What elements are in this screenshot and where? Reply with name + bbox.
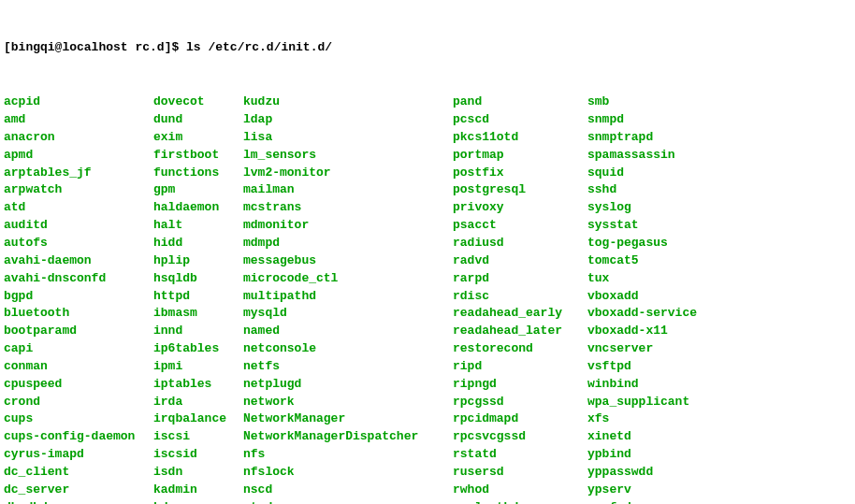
prompt-user-host: [bingqi@localhost rc.d]$ — [4, 40, 186, 54]
file-entry: pcscd — [453, 111, 587, 129]
file-entry: rarpd — [453, 270, 587, 288]
file-entry: irqbalance — [153, 410, 243, 428]
file-entry: cups — [4, 410, 153, 428]
file-entry: ipmi — [153, 358, 243, 376]
file-entry: innd — [153, 323, 243, 340]
listing-col-4: pandpcscdpkcs11otdportmappostfixpostgres… — [453, 94, 587, 504]
file-entry: dhcdbd — [4, 499, 153, 504]
file-entry: messagebus — [243, 252, 453, 270]
file-entry: sysstat — [587, 217, 697, 235]
file-entry: tog-pegasus — [587, 235, 697, 252]
file-entry: netplugd — [243, 376, 453, 394]
file-entry: bgpd — [4, 288, 153, 306]
file-entry: avahi-daemon — [4, 252, 153, 270]
file-entry: xfs — [587, 410, 697, 428]
file-entry: NetworkManagerDispatcher — [243, 428, 453, 446]
file-entry: mdmpd — [243, 235, 453, 252]
file-entry: lisa — [243, 129, 453, 147]
file-entry: kadmin — [153, 482, 243, 499]
file-entry: capi — [4, 340, 153, 358]
file-entry: network — [243, 394, 453, 411]
file-entry: dund — [153, 111, 243, 129]
listing-col-3: kudzuldaplisalm_sensorslvm2-monitormailm… — [243, 94, 453, 504]
file-entry: avahi-dnsconfd — [4, 270, 153, 288]
file-entry: amd — [4, 111, 153, 129]
file-entry: radvd — [453, 252, 587, 270]
file-entry: lvm2-monitor — [243, 165, 453, 182]
file-entry: anacron — [4, 129, 153, 147]
file-entry: ip6tables — [153, 340, 243, 358]
file-entry: vncserver — [587, 340, 697, 358]
file-entry: iptables — [153, 376, 243, 394]
file-entry: privoxy — [453, 199, 587, 217]
file-entry: ypbind — [587, 446, 697, 464]
file-entry: ripngd — [453, 376, 587, 394]
file-entry: rdisc — [453, 288, 587, 306]
file-entry: syslog — [587, 199, 697, 217]
file-entry: wpa_supplicant — [587, 394, 697, 411]
file-entry: snmpd — [587, 111, 697, 129]
terminal-output: [bingqi@localhost rc.d]$ ls /etc/rc.d/in… — [4, 4, 851, 504]
file-entry: arpwatch — [4, 181, 153, 199]
file-entry: tomcat5 — [587, 252, 697, 270]
file-entry: named — [243, 323, 453, 340]
file-entry: readahead_later — [453, 323, 587, 340]
file-entry: gpm — [153, 181, 243, 199]
listing-col-2: dovecotdundeximfirstbootfunctionsgpmhald… — [153, 94, 243, 504]
file-entry: rstatd — [453, 446, 587, 464]
file-entry: yppasswdd — [587, 464, 697, 482]
file-entry: readahead_early — [453, 305, 587, 323]
file-entry: sshd — [587, 181, 697, 199]
file-entry: mcstrans — [243, 199, 453, 217]
file-entry: bootparamd — [4, 323, 153, 340]
file-entry: nfslock — [243, 464, 453, 482]
file-entry: pkcs11otd — [453, 129, 587, 147]
file-entry: vboxadd-x11 — [587, 323, 697, 340]
file-entry: mailman — [243, 181, 453, 199]
file-entry: NetworkManager — [243, 410, 453, 428]
file-entry: vsftpd — [587, 358, 697, 376]
file-entry: hsqldb — [153, 270, 243, 288]
file-entry: postfix — [453, 165, 587, 182]
file-entry: bluetooth — [4, 305, 153, 323]
file-entry: hidd — [153, 235, 243, 252]
prompt-command: ls /etc/rc.d/init.d/ — [186, 40, 332, 54]
file-entry: pand — [453, 94, 587, 111]
file-entry: netfs — [243, 358, 453, 376]
file-entry: radiusd — [453, 235, 587, 252]
file-entry: ldap — [243, 111, 453, 129]
file-entry: microcode_ctl — [243, 270, 453, 288]
listing-col-5: smbsnmpdsnmptrapdspamassassinsquidsshdsy… — [587, 94, 697, 504]
file-entry: arptables_jf — [4, 165, 153, 182]
file-entry: iscsi — [153, 428, 243, 446]
file-entry: dovecot — [153, 94, 243, 111]
file-entry: psacct — [453, 217, 587, 235]
file-entry: ypxfrd — [587, 499, 697, 504]
file-entry: firstboot — [153, 147, 243, 165]
file-entry: postgresql — [453, 181, 587, 199]
file-entry: smb — [587, 94, 697, 111]
file-entry: conman — [4, 358, 153, 376]
file-entry: apmd — [4, 147, 153, 165]
file-entry: acpid — [4, 94, 153, 111]
file-entry: httpd — [153, 288, 243, 306]
file-entry: rusersd — [453, 464, 587, 482]
file-entry: nscd — [243, 482, 453, 499]
file-entry: restorecond — [453, 340, 587, 358]
listing-col-1: acpidamdanacronapmdarptables_jfarpwatcha… — [4, 94, 153, 504]
file-entry: netconsole — [243, 340, 453, 358]
file-entry: tux — [587, 270, 697, 288]
file-entry: multipathd — [243, 288, 453, 306]
file-entry: kdump — [153, 499, 243, 504]
file-entry: cyrus-imapd — [4, 446, 153, 464]
file-entry: halt — [153, 217, 243, 235]
file-entry: ypserv — [587, 482, 697, 499]
file-entry: kudzu — [243, 94, 453, 111]
file-entry: iscsid — [153, 446, 243, 464]
file-entry: dc_server — [4, 482, 153, 499]
file-entry: crond — [4, 394, 153, 411]
file-entry: ntpd — [243, 499, 453, 504]
file-entry: rpcgssd — [453, 394, 587, 411]
file-entry: irda — [153, 394, 243, 411]
file-entry: isdn — [153, 464, 243, 482]
